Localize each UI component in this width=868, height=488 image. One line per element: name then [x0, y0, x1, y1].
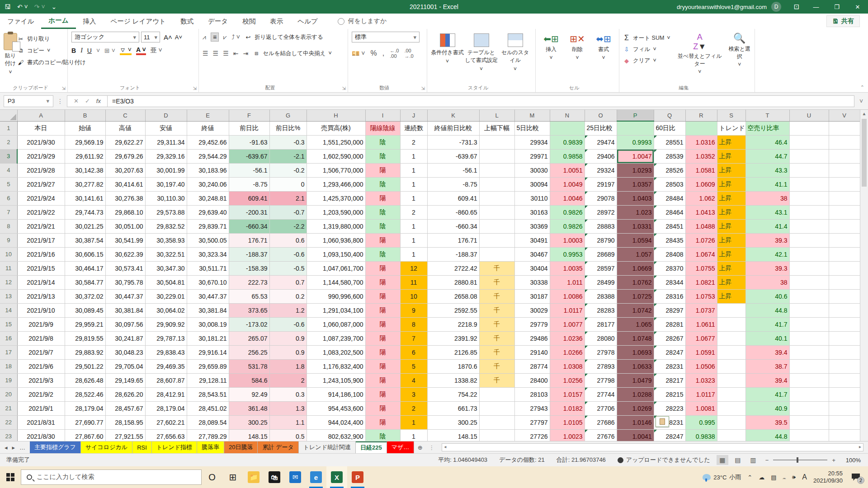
cell-Q11[interactable]: 28370 [654, 261, 685, 275]
clock[interactable]: 20:55 2021/09/30 [813, 470, 843, 485]
clipboard-dialog-launcher-icon[interactable]: ⇲ [62, 86, 66, 91]
cell-Q15[interactable]: 28281 [654, 317, 685, 331]
cell-T10[interactable]: 42.1 [745, 247, 789, 261]
sort-filter-button[interactable]: AZ▼ 並べ替えとフィルター˅ [677, 32, 723, 84]
column-header-G[interactable]: G [269, 110, 307, 121]
cell-U22[interactable] [789, 415, 829, 429]
cell-L15[interactable]: 千 [479, 317, 514, 331]
cell-R20[interactable]: 1.0117 [685, 387, 717, 401]
column-header-E[interactable]: E [187, 110, 229, 121]
cell-L4[interactable] [479, 163, 514, 177]
column-header-F[interactable]: F [229, 110, 269, 121]
row-header-4[interactable]: 4 [0, 163, 17, 177]
cell-N22[interactable]: 1.0105 [550, 415, 585, 429]
cell-C13[interactable]: 30,447.37 [105, 289, 145, 303]
cell-E14[interactable]: 30,381.84 [187, 303, 229, 317]
cell-A22[interactable]: 2021/8/31 [17, 415, 65, 429]
column-header-R[interactable]: R [685, 110, 717, 121]
header-cell-S1[interactable]: トレンド [717, 121, 745, 135]
header-cell-J1[interactable]: 連続数 [400, 121, 427, 135]
cell-G18[interactable]: 1.8 [269, 359, 307, 373]
row-header-8[interactable]: 8 [0, 219, 17, 233]
cell-N13[interactable]: 1.0086 [550, 289, 585, 303]
cell-U20[interactable] [789, 387, 829, 401]
cell-D13[interactable]: 30,229.01 [145, 289, 187, 303]
decrease-indent-icon[interactable]: ⇤ [233, 50, 239, 57]
cell-I9[interactable]: 陽 [365, 233, 400, 247]
cell-E4[interactable]: 30,183.96 [187, 163, 229, 177]
cell-L2[interactable] [479, 135, 514, 149]
cell-D11[interactable]: 30,347.30 [145, 261, 187, 275]
cell-L21[interactable] [479, 401, 514, 415]
currency-icon[interactable]: 💴 ˅ [352, 50, 365, 57]
cell-M17[interactable]: 29140 [514, 345, 550, 359]
column-header-A[interactable]: A [17, 110, 65, 121]
cell-F11[interactable]: -158.39 [229, 261, 269, 275]
cell-I21[interactable]: 陽 [365, 401, 400, 415]
cell-E9[interactable]: 30,500.05 [187, 233, 229, 247]
cell-A3[interactable]: 2021/9/29 [17, 149, 65, 163]
cell-S18[interactable] [717, 359, 745, 373]
cell-B12[interactable]: 30,584.77 [65, 275, 105, 289]
taskbar-explorer-icon[interactable]: 📁 [243, 466, 264, 488]
cell-F5[interactable]: -8.75 [229, 177, 269, 191]
cell-O14[interactable]: 28283 [585, 303, 617, 317]
zoom-percentage[interactable]: 100% [840, 457, 861, 464]
cell-L9[interactable] [479, 233, 514, 247]
cell-M20[interactable]: 28103 [514, 387, 550, 401]
cell-D8[interactable]: 29,832.52 [145, 219, 187, 233]
cell-N10[interactable]: 0.9953 [550, 247, 585, 261]
cancel-entry-icon[interactable]: ✕ [74, 98, 79, 104]
hidden-icons-chevron-icon[interactable]: ⌃ [747, 474, 752, 481]
cell-B19[interactable]: 28,626.48 [65, 373, 105, 387]
cell-D2[interactable]: 29,311.34 [145, 135, 187, 149]
cell-V21[interactable] [829, 401, 860, 415]
cell-D12[interactable]: 30,504.81 [145, 275, 187, 289]
cell-L10[interactable] [479, 247, 514, 261]
cell-A19[interactable]: 2021/9/3 [17, 373, 65, 387]
cell-E3[interactable]: 29,544.29 [187, 149, 229, 163]
cell-I11[interactable]: 陽 [365, 261, 400, 275]
row-header-22[interactable]: 22 [0, 415, 17, 429]
cell-O13[interactable]: 28388 [585, 289, 617, 303]
cell-L7[interactable] [479, 205, 514, 219]
cell-R17[interactable]: 1.0591 [685, 345, 717, 359]
cell-P18[interactable]: 1.0633 [617, 359, 654, 373]
cell-K19[interactable]: 1338.82 [427, 373, 479, 387]
ribbon-tab-挿入[interactable]: 挿入 [76, 14, 104, 29]
cell-U12[interactable] [789, 275, 829, 289]
cell-V5[interactable] [829, 177, 860, 191]
taskbar-search-input[interactable]: ここに入力して検索 [21, 469, 202, 485]
cell-R3[interactable]: 1.0352 [685, 149, 717, 163]
cell-M14[interactable]: 30029 [514, 303, 550, 317]
column-header-I[interactable]: I [365, 110, 400, 121]
cell-D14[interactable]: 30,064.02 [145, 303, 187, 317]
cell-U15[interactable] [789, 317, 829, 331]
column-header-J[interactable]: J [400, 110, 427, 121]
cell-T2[interactable]: 46.4 [745, 135, 789, 149]
cell-L17[interactable]: 千 [479, 345, 514, 359]
cell-P20[interactable]: 1.0288 [617, 387, 654, 401]
cell-I23[interactable]: 陰 [365, 429, 400, 441]
battery-icon[interactable]: ▤ [771, 474, 776, 481]
cell-K14[interactable]: 2592.55 [427, 303, 479, 317]
cell-V12[interactable] [829, 275, 860, 289]
column-header-B[interactable]: B [65, 110, 105, 121]
cell-F14[interactable]: 373.65 [229, 303, 269, 317]
cell-R9[interactable]: 1.0726 [685, 233, 717, 247]
sheet-tab-騰落率[interactable]: 騰落率 [197, 441, 224, 453]
cell-N8[interactable]: 0.9826 [550, 219, 585, 233]
row-header-18[interactable]: 18 [0, 359, 17, 373]
cell-Q20[interactable]: 28215 [654, 387, 685, 401]
cell-S11[interactable]: 上昇 [717, 261, 745, 275]
cell-K7[interactable]: -860.65 [427, 205, 479, 219]
cell-R19[interactable]: 1.0323 [685, 373, 717, 387]
cell-N2[interactable]: 0.9839 [550, 135, 585, 149]
cell-K10[interactable]: -188.37 [427, 247, 479, 261]
cell-B3[interactable]: 29,611.92 [65, 149, 105, 163]
cell-A13[interactable]: 2021/9/13 [17, 289, 65, 303]
cell-R18[interactable]: 1.0506 [685, 359, 717, 373]
cell-F19[interactable]: 584.6 [229, 373, 269, 387]
header-cell-C1[interactable]: 高値 [105, 121, 145, 135]
cell-H7[interactable]: 1,203,590,000 [307, 205, 365, 219]
